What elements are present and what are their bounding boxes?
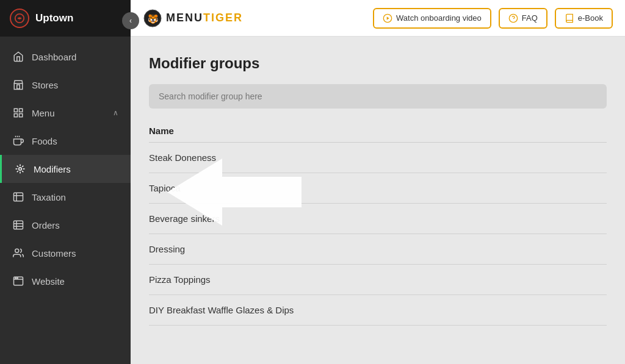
table-row: Pizza Toppings [149,265,607,295]
watch-video-label: Watch onboarding video [396,13,482,23]
svg-rect-3 [20,109,23,112]
row-name: Tapioca [149,183,181,193]
main-wrapper: 🐯 MENUTIGER Watch onboarding video [131,0,625,364]
taxation-icon [12,191,24,203]
svg-rect-4 [14,114,17,117]
sidebar-item-label: Foods [32,136,118,146]
website-icon [12,275,24,287]
row-name: Pizza Toppings [149,274,211,285]
table-header: Name [149,121,607,143]
sidebar-item-orders[interactable]: Orders [0,211,131,239]
topbar-brand-name: MENUTIGER [166,12,243,24]
row-name: DIY Breakfast Waffle Glazes & Dips [149,305,294,315]
sidebar-item-customers[interactable]: Customers [0,239,131,267]
sidebar-item-modifiers[interactable]: Modifiers [0,155,131,183]
svg-text:🐯: 🐯 [148,14,159,24]
sidebar-item-label: Taxation [32,192,118,202]
row-name: Steak Doneness [149,152,216,163]
svg-rect-18 [14,193,23,201]
svg-line-16 [17,171,18,172]
modifiers-icon [14,163,26,175]
table-row: Dressing [149,234,607,265]
faq-label: FAQ [522,13,538,23]
sidebar-item-label: Customers [32,248,118,259]
faq-button[interactable]: FAQ [499,8,547,29]
svg-point-28 [15,277,16,279]
row-name: Dressing [149,244,185,254]
sidebar-item-dashboard[interactable]: Dashboard [0,43,131,71]
sidebar-item-menu[interactable]: Menu ∧ [0,99,131,127]
customers-icon [12,247,24,259]
svg-point-29 [17,277,18,279]
store-icon [12,79,24,91]
ebook-label: e-Book [578,13,603,23]
sidebar-item-label: Orders [32,220,118,230]
watch-video-button[interactable]: Watch onboarding video [373,8,491,29]
foods-icon [12,135,24,147]
sidebar-item-label: Menu [32,108,106,118]
row-name: Beverage sinkers [149,213,220,224]
question-icon [508,13,518,23]
home-icon [12,51,24,63]
svg-rect-2 [14,109,17,112]
svg-line-15 [22,171,23,172]
sidebar: Uptown Dashboard Stores [0,0,131,364]
svg-rect-1 [17,85,20,89]
sidebar-item-label: Modifiers [34,164,118,174]
svg-marker-33 [387,16,389,20]
sidebar-item-label: Website [32,276,118,287]
sidebar-collapse-button[interactable]: ‹ [122,12,139,29]
sidebar-header: Uptown [0,0,131,37]
ebook-button[interactable]: e-Book [555,8,613,29]
sidebar-item-foods[interactable]: Foods [0,127,131,155]
sidebar-nav: Dashboard Stores Menu ∧ [0,37,131,364]
svg-rect-21 [14,221,23,229]
svg-point-25 [15,249,19,252]
topbar: 🐯 MENUTIGER Watch onboarding video [131,0,625,37]
table-row: Tapioca [149,173,607,204]
sidebar-item-label: Stores [32,80,118,90]
search-input[interactable] [149,84,607,109]
orders-icon [12,219,24,231]
svg-point-9 [19,168,22,171]
table-row: Steak Doneness [149,143,607,173]
svg-rect-5 [20,114,23,117]
brand-logo [10,9,29,28]
sidebar-item-taxation[interactable]: Taxation [0,183,131,211]
menu-icon [12,107,24,119]
table-row: DIY Breakfast Waffle Glazes & Dips [149,295,607,326]
chevron-up-icon: ∧ [113,109,118,117]
sidebar-item-stores[interactable]: Stores [0,71,131,99]
table-row: Beverage sinkers [149,204,607,234]
page-title: Modifier groups [149,55,607,72]
book-icon [565,13,574,23]
play-icon [383,13,392,23]
topbar-brand: 🐯 MENUTIGER [143,9,243,28]
svg-line-14 [17,166,18,167]
svg-line-17 [22,166,23,167]
content-area: Modifier groups Name Steak Doneness Tapi… [131,37,625,364]
sidebar-item-label: Dashboard [32,52,118,62]
brand-name: Uptown [35,12,73,24]
sidebar-item-website[interactable]: Website [0,267,131,295]
